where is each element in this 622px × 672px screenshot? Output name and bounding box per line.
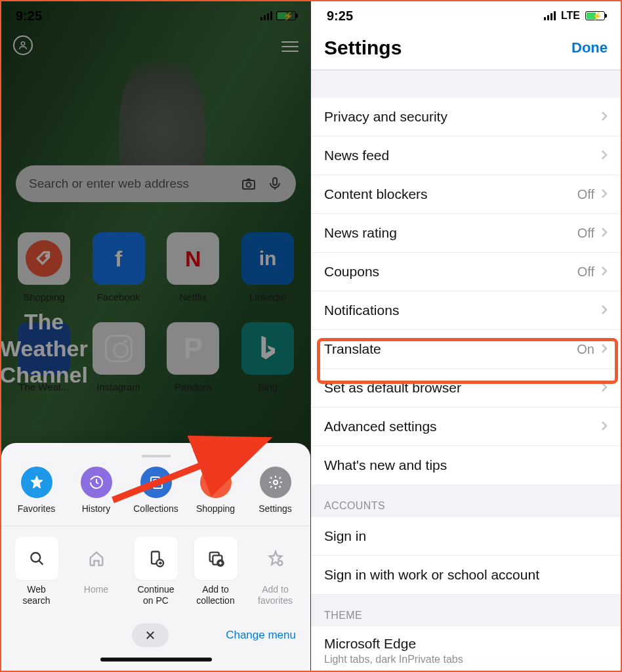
action-add-to-favorites: Add tofavorites [248,537,302,606]
chevron-right-icon [601,148,608,163]
row-advanced-settings[interactable]: Advanced settings [311,408,621,446]
menu-favorites[interactable]: Favorites [7,467,66,514]
row-what-s-new-and-tips[interactable]: What's new and tips [311,446,621,484]
row-set-as-default-browser[interactable]: Set as default browser [311,369,621,408]
menu-history[interactable]: History [66,467,126,514]
menu-collections[interactable]: Collections [126,467,186,514]
close-icon [144,629,156,641]
add-collection-icon [207,549,225,568]
row-value: Off [577,264,594,280]
action-home: Home [69,537,123,606]
chevron-right-icon [601,225,608,241]
row-theme-microsoft-edge[interactable]: Microsoft Edge Light tabs, dark InPrivat… [311,627,621,671]
home-icon [87,549,106,568]
close-sheet-button[interactable] [132,623,169,647]
svg-point-8 [274,480,278,484]
row-label: What's new and tips [324,457,608,473]
overflow-menu-sheet: Favorites History Collections Shopping S… [1,443,310,671]
row-privacy-and-security[interactable]: Privacy and security [311,98,621,136]
battery-icon: ⚡ [585,11,605,20]
collections-icon [148,474,164,490]
search-icon [28,549,46,568]
chevron-right-icon [601,380,608,396]
settings-group-general: Privacy and securityNews feedContent blo… [311,98,621,484]
row-value: On [577,342,594,357]
row-label: Sign in [324,528,608,544]
status-time: 9:25 [327,9,353,24]
row-coupons[interactable]: CouponsOff [311,253,621,291]
row-label: Privacy and security [324,109,601,125]
section-header-accounts: ACCOUNTS [311,484,621,517]
row-label: News feed [324,148,601,163]
svg-point-9 [31,553,40,562]
sheet-grabber[interactable] [142,455,171,457]
row-label: Translate [324,341,577,357]
star-icon [29,474,45,490]
row-news-rating[interactable]: News ratingOff [311,214,621,253]
row-news-feed[interactable]: News feed [311,136,621,175]
chevron-right-icon [601,419,608,434]
row-label: Set as default browser [324,380,601,396]
continue-pc-icon [147,549,165,568]
star-plus-icon [266,549,285,568]
row-label: Content blockers [324,186,577,202]
row-sign-in-with-work-or-school-account[interactable]: Sign in with work or school account [311,556,621,594]
action-continue-on-pc[interactable]: Continueon PC [129,537,183,606]
settings-group-accounts: Sign inSign in with work or school accou… [311,517,621,594]
home-indicator[interactable] [100,658,212,662]
gear-icon [268,474,283,490]
menu-settings[interactable]: Settings [245,467,305,514]
row-label: Notifications [324,303,601,318]
action-add-to-collection[interactable]: Add tocollection [188,537,243,606]
row-translate[interactable]: TranslateOn [311,330,621,369]
browser-home-screen: 9:25 ⚡ Search or enter web address Shopp… [1,1,311,671]
chevron-right-icon [601,341,608,357]
chevron-right-icon [601,109,608,125]
svg-point-7 [217,479,219,481]
row-label: Sign in with work or school account [324,567,608,583]
settings-header: Settings Done [311,30,621,70]
section-header-theme: THEME [311,594,621,627]
row-content-blockers[interactable]: Content blockersOff [311,175,621,214]
chevron-right-icon [601,264,608,280]
chevron-right-icon [601,186,608,202]
row-label: News rating [324,225,577,241]
tag-icon [208,474,224,490]
change-menu-link[interactable]: Change menu [226,629,296,642]
chevron-right-icon [601,303,608,318]
signal-icon [544,11,556,20]
status-bar: 9:25 LTE ⚡ [311,1,621,30]
row-notifications[interactable]: Notifications [311,291,621,330]
row-label: Coupons [324,264,577,280]
action-web-search[interactable]: Websearch [9,537,64,606]
row-sign-in[interactable]: Sign in [311,517,621,556]
row-value: Off [577,187,594,202]
history-icon [89,474,104,490]
row-label: Advanced settings [324,419,601,434]
row-value: Off [577,226,594,241]
settings-screen: 9:25 LTE ⚡ Settings Done Privacy and sec… [311,1,621,671]
network-label: LTE [561,10,580,22]
menu-shopping[interactable]: Shopping [186,467,245,514]
page-title: Settings [324,37,402,59]
done-button[interactable]: Done [571,39,608,56]
settings-group-theme: Microsoft Edge Light tabs, dark InPrivat… [311,627,621,671]
